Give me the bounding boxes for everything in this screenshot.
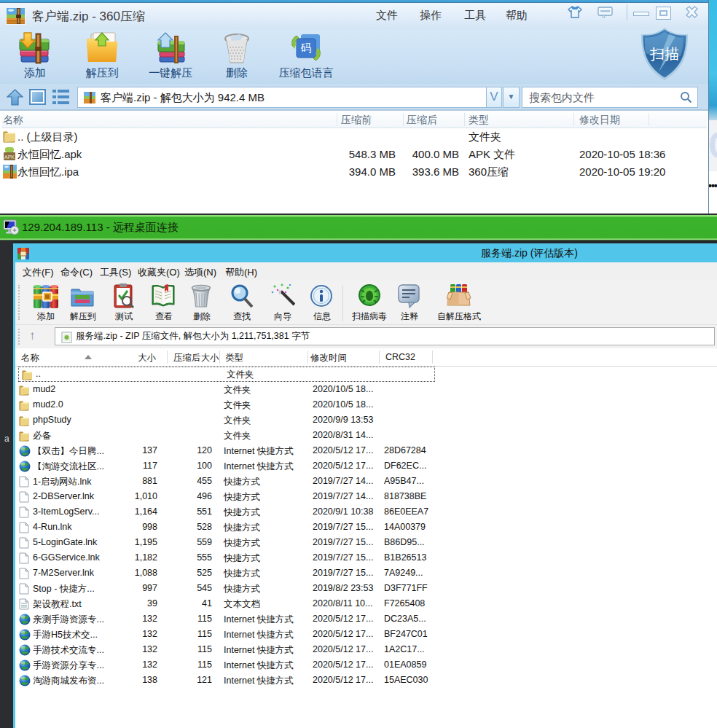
svg-text:扫描: 扫描 (650, 46, 679, 62)
svg-text:APK: APK (4, 154, 15, 160)
svg-text:码: 码 (301, 42, 312, 54)
